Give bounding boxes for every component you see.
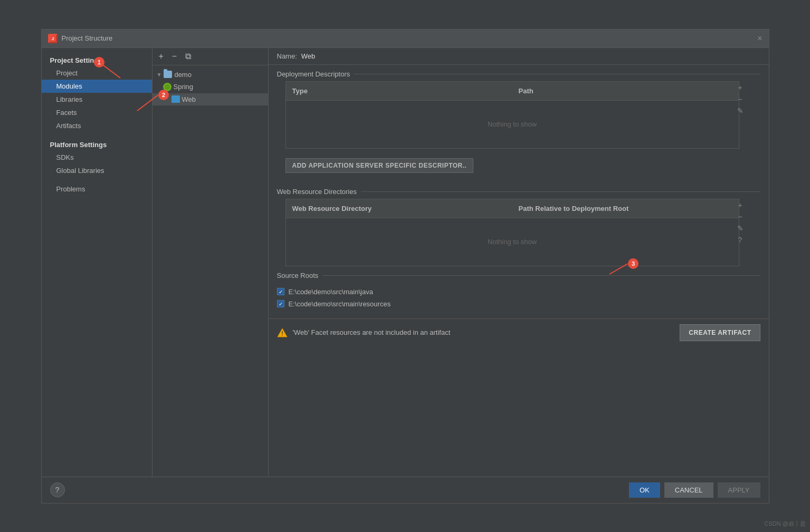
source-root-checkbox-resources[interactable]: ✓	[277, 300, 284, 307]
tree-add-button[interactable]: +	[157, 51, 166, 62]
wr-col-path: Path Relative to Deployment Root	[512, 202, 739, 215]
sidebar-item-sdks[interactable]: SDKs	[42, 151, 152, 164]
help-button[interactable]: ?	[50, 482, 65, 497]
tree-item-web[interactable]: Web	[153, 93, 268, 105]
sidebar-item-facets[interactable]: Facets	[42, 106, 152, 119]
project-structure-dialog: J Project Structure × Project Settings P…	[41, 29, 769, 504]
sidebar-item-modules[interactable]: Modules	[42, 80, 152, 93]
title-bar: J Project Structure ×	[42, 30, 769, 48]
wr-table-region: Web Resource Directory Path Relative to …	[277, 199, 748, 266]
tree-item-spring[interactable]: Spring	[153, 81, 268, 93]
source-roots-list: ✓ E:\code\demo\src\main\java ✓ E:\code\d…	[269, 283, 769, 316]
name-label: Name:	[277, 52, 297, 60]
deployment-descriptors-table: Type Path Nothing to show	[285, 81, 739, 149]
checkmark-icon-2: ✓	[279, 301, 283, 307]
wr-help-button[interactable]: ?	[735, 235, 746, 245]
source-root-path-java: E:\code\demo\src\main\java	[289, 288, 373, 296]
web-icon	[171, 95, 180, 103]
ok-button[interactable]: OK	[629, 482, 660, 498]
wr-remove-button[interactable]: −	[735, 211, 746, 222]
tree-copy-button[interactable]: ⧉	[183, 51, 193, 62]
dd-edit-button[interactable]: ✎	[735, 105, 746, 116]
svg-text:J: J	[51, 36, 53, 41]
tree-content: ▼ demo Spring Web	[153, 65, 268, 477]
chevron-icon: ▼	[157, 72, 162, 78]
main-content: Name: Web Deployment Descriptors Type Pa…	[269, 48, 769, 477]
dd-col-type: Type	[286, 85, 512, 97]
dd-remove-button[interactable]: −	[735, 94, 746, 104]
dd-nothing-to-show: Nothing to show	[488, 120, 537, 128]
watermark: CSDN @叔丨是	[765, 520, 806, 528]
cancel-button[interactable]: CANCEL	[664, 482, 713, 498]
header-line-3	[322, 275, 760, 276]
wr-table-body: Nothing to show	[286, 218, 739, 266]
source-roots-header: Source Roots	[269, 266, 769, 283]
apply-button[interactable]: APPLY	[718, 482, 760, 498]
add-descriptor-wrapper: ADD APPLICATION SERVER SPECIFIC DESCRIPT…	[269, 149, 769, 182]
source-root-path-resources: E:\code\demo\src\main\resources	[289, 300, 391, 308]
wr-nothing-to-show: Nothing to show	[488, 238, 537, 246]
sidebar: Project Settings Project Modules Librari…	[42, 48, 153, 477]
main-scroll: Deployment Descriptors Type Path Nothing…	[269, 65, 769, 477]
header-line-1	[354, 74, 760, 74]
sidebar-item-project[interactable]: Project	[42, 66, 152, 80]
spring-icon	[163, 83, 171, 91]
source-root-checkbox-java[interactable]: ✓	[277, 288, 284, 295]
wr-add-button[interactable]: +	[735, 200, 746, 210]
dialog-body: Project Settings Project Modules Librari…	[42, 48, 769, 477]
close-button[interactable]: ×	[757, 34, 762, 43]
sidebar-item-global-libraries[interactable]: Global Libraries	[42, 164, 152, 177]
sidebar-spacer-2	[42, 177, 152, 182]
deployment-descriptors-title: Deployment Descriptors	[277, 70, 350, 78]
window-title: Project Structure	[62, 34, 113, 42]
wr-col-directory: Web Resource Directory	[286, 202, 512, 215]
web-resource-directories-header: Web Resource Directories	[269, 182, 769, 199]
warning-icon: !	[277, 327, 288, 338]
tree-panel: + − ⧉ ▼ demo Spring Web	[153, 48, 269, 477]
source-root-item-java: ✓ E:\code\demo\src\main\java	[277, 286, 760, 298]
wr-edit-button[interactable]: ✎	[735, 223, 746, 234]
source-roots-title: Source Roots	[277, 272, 319, 279]
folder-icon	[164, 71, 172, 78]
header-line-2	[361, 191, 760, 192]
dd-side-actions: + − ✎	[735, 81, 746, 116]
deployment-descriptors-header: Deployment Descriptors	[269, 65, 769, 81]
tree-toolbar: + − ⧉	[153, 48, 268, 65]
deployment-descriptors-section: Deployment Descriptors Type Path Nothing…	[269, 65, 769, 182]
dd-table-body: Nothing to show	[286, 101, 739, 148]
web-resource-directories-section: Web Resource Directories Web Resource Di…	[269, 182, 769, 266]
dd-table-region: Type Path Nothing to show + − ✎	[277, 81, 748, 149]
svg-text:!: !	[281, 331, 283, 336]
project-settings-heading: Project Settings	[42, 53, 152, 66]
platform-settings-heading: Platform Settings	[42, 138, 152, 151]
dd-add-button[interactable]: +	[735, 82, 746, 93]
title-bar-left: J Project Structure	[48, 34, 113, 43]
checkmark-icon: ✓	[279, 289, 283, 295]
wr-side-actions: + − ✎ ?	[735, 199, 746, 245]
add-application-server-descriptor-button[interactable]: ADD APPLICATION SERVER SPECIFIC DESCRIPT…	[285, 158, 474, 173]
app-icon: J	[48, 34, 58, 43]
source-roots-section: Source Roots ✓ E:\code\demo\src\main\jav…	[269, 266, 769, 316]
web-resource-directories-table: Web Resource Directory Path Relative to …	[285, 199, 739, 266]
sidebar-spacer	[42, 132, 152, 138]
sidebar-item-libraries[interactable]: Libraries	[42, 93, 152, 106]
sidebar-item-artifacts[interactable]: Artifacts	[42, 119, 152, 132]
dialog-footer: ? OK CANCEL APPLY	[42, 477, 769, 503]
web-resource-directories-title: Web Resource Directories	[277, 188, 357, 196]
tree-remove-button[interactable]: −	[170, 51, 179, 62]
wr-table-header: Web Resource Directory Path Relative to …	[286, 199, 739, 218]
dd-table-header: Type Path	[286, 82, 739, 101]
source-root-item-resources: ✓ E:\code\demo\src\main\resources	[277, 298, 760, 310]
sidebar-item-problems[interactable]: Problems	[42, 182, 152, 196]
name-value: Web	[301, 52, 316, 60]
warning-bar: ! 'Web' Facet resources are not included…	[269, 318, 769, 346]
dd-col-path: Path	[512, 85, 739, 97]
name-bar: Name: Web	[269, 48, 769, 65]
tree-item-demo[interactable]: ▼ demo	[153, 69, 268, 81]
create-artifact-button[interactable]: CREATE ARTIFACT	[680, 324, 760, 341]
warning-message: 'Web' Facet resources are not included i…	[293, 328, 675, 336]
